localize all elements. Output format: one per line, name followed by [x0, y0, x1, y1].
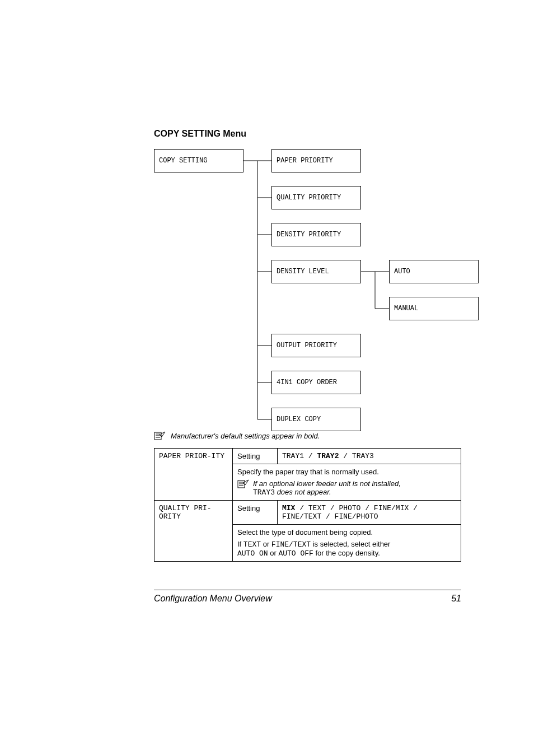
tree-node: DUPLEX COPY	[271, 408, 361, 431]
setting-name-cell: QUALITY PRI-ORITY	[154, 501, 233, 562]
tree-node-label: AUTO	[394, 268, 410, 276]
tree-root-label: COPY SETTING	[159, 157, 207, 165]
tree-node: 4IN1 COPY ORDER	[271, 371, 361, 394]
page-number: 51	[451, 594, 461, 604]
tree-node: QUALITY PRIORITY	[271, 186, 361, 209]
tree-node-label: QUALITY PRIORITY	[277, 194, 341, 202]
table-row: QUALITY PRI-ORITY Setting MIX / TEXT / P…	[154, 501, 461, 525]
setting-desc-cell: Specify the paper tray that is normally …	[233, 464, 461, 501]
tree-node: PAPER PRIORITY	[271, 149, 361, 172]
setting-value-cell: TRAY1 / TRAY2 / TRAY3	[278, 449, 461, 464]
tree-node: MANUAL	[389, 297, 479, 320]
footer-title: Configuration Menu Overview	[154, 594, 272, 604]
setting-name: QUALITY PRI-ORITY	[159, 504, 212, 521]
default-settings-note-text: Manufacturer's default settings appear i…	[171, 432, 320, 440]
tree-root: COPY SETTING	[154, 149, 243, 172]
note-icon	[237, 479, 250, 488]
note-post: is selected, select either	[311, 540, 390, 548]
setting-value-cell: MIX / TEXT / PHOTO / FINE/MIX / FINE/TEX…	[278, 501, 461, 525]
note-text: or	[268, 549, 279, 557]
tree-node-label: OUTPUT PRIORITY	[277, 342, 337, 349]
note-mono: AUTO OFF	[278, 549, 313, 558]
setting-desc-cell: Select the type of document being copied…	[233, 525, 461, 562]
setting-label-cell: Setting	[233, 449, 278, 464]
page-footer: Configuration Menu Overview 51	[154, 590, 461, 604]
note-mono: AUTO ON	[237, 549, 268, 558]
note-text: for the copy density.	[313, 549, 380, 557]
setting-label-cell: Setting	[233, 501, 278, 525]
settings-table: PAPER PRIOR-ITY Setting TRAY1 / TRAY2 / …	[154, 448, 461, 562]
tree-node: AUTO	[389, 260, 479, 283]
note-mono: FINE/TEXT	[271, 540, 311, 549]
note-mono: TEXT	[243, 540, 261, 549]
tree-node: OUTPUT PRIORITY	[271, 334, 361, 357]
setting-value-part: TRAY3	[352, 452, 374, 460]
setting-label: Setting	[237, 452, 260, 460]
tree-node-label: PAPER PRIORITY	[277, 157, 333, 165]
setting-value-default: TRAY2	[317, 452, 339, 460]
setting-desc: Specify the paper tray that is normally …	[237, 468, 456, 476]
tree-node-label: 4IN1 COPY ORDER	[277, 379, 337, 386]
setting-value-part: / TEXT / PHOTO / FINE/MIX /	[295, 504, 417, 512]
tree-node: DENSITY PRIORITY	[271, 223, 361, 246]
note-pre: If	[237, 540, 243, 548]
cell-note-line2: does not appear.	[275, 488, 331, 496]
setting-label: Setting	[237, 504, 260, 512]
setting-value-part: TRAY1	[282, 452, 304, 460]
cell-note-line1: If an optional lower feeder unit is not …	[253, 479, 401, 488]
note-icon	[154, 431, 166, 440]
tree-node: DENSITY LEVEL	[271, 260, 361, 283]
section-heading: COPY SETTING Menu	[154, 129, 461, 139]
tree-node-label: DUPLEX COPY	[277, 416, 321, 423]
tree-node-label: DENSITY PRIORITY	[277, 231, 341, 239]
tree-node-label: MANUAL	[394, 305, 418, 312]
setting-desc: Select the type of document being copied…	[237, 528, 456, 536]
note-mid: or	[261, 540, 271, 548]
default-settings-note: Manufacturer's default settings appear i…	[154, 431, 461, 440]
setting-value-part: FINE/TEXT / FINE/PHOTO	[282, 512, 378, 521]
setting-name: PAPER PRIOR-ITY	[159, 452, 224, 460]
table-row: PAPER PRIOR-ITY Setting TRAY1 / TRAY2 / …	[154, 449, 461, 464]
cell-note-mono: TRAY3	[253, 488, 275, 497]
tree-node-label: DENSITY LEVEL	[277, 268, 329, 276]
setting-name-cell: PAPER PRIOR-ITY	[154, 449, 233, 501]
menu-tree: COPY SETTING PAPER PRIORITY QUALITY PRIO…	[154, 149, 461, 418]
setting-value-default: MIX	[282, 504, 295, 512]
